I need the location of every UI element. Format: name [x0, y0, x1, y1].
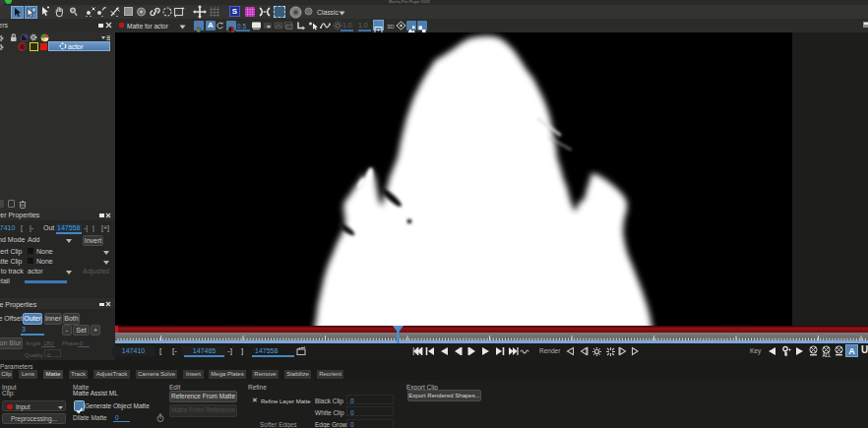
svg-text:ALL: ALL	[823, 353, 832, 358]
